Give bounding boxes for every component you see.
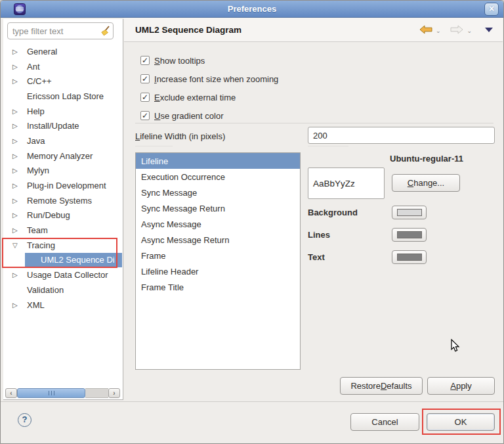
checkbox-increase-font-size-when-zooming[interactable]: ✓Increase font size when zooming [140,74,278,84]
tree-item-run-debug[interactable]: ▷Run/Debug [3,208,123,223]
color-row-background: Background [308,206,495,219]
tree-item-plug-in-development[interactable]: ▷Plug-in Development [3,178,123,193]
restore-defaults-button[interactable]: Restore Defaults [340,377,423,395]
tree-item-label: Team [27,225,48,235]
color-label: Lines [308,230,330,240]
tree-item-uml2-sequence-di[interactable]: UML2 Sequence Di [25,253,122,268]
tree-item-ant[interactable]: ▷Ant [3,59,123,74]
expander-collapsed-icon[interactable]: ▷ [12,197,24,204]
tree-item-tracing[interactable]: ▽Tracing [3,238,123,253]
eclipse-logo-icon [14,3,26,15]
checkbox-use-gradient-color[interactable]: ✓Use gradient color [140,110,278,121]
lines-color-swatch-button[interactable] [392,228,427,242]
list-item-async-message-return[interactable]: Async Message Return [136,232,300,248]
checkbox-checked-icon[interactable]: ✓ [140,56,150,65]
ok-button[interactable]: OK [427,413,495,431]
scroll-right-button[interactable]: › [108,388,120,398]
expander-collapsed-icon[interactable]: ▷ [12,63,24,70]
checkbox-checked-icon[interactable]: ✓ [140,111,150,120]
cancel-button[interactable]: Cancel [350,413,419,431]
tree-item-help[interactable]: ▷Help [3,104,123,119]
tree-item-label: Ant [27,62,40,72]
tree-item-label: Ericsson Ldap Store [27,91,104,101]
font-name-label: Ubuntu-regular-11 [390,154,463,164]
expander-expanded-icon[interactable]: ▽ [12,242,24,249]
color-swatch [397,209,422,216]
color-label: Text [308,252,325,262]
tree-item-label: Tracing [27,240,55,250]
list-item-lifeline-header[interactable]: Lifeline Header [136,263,300,279]
title-bar[interactable]: Preferences × [1,1,503,18]
expander-collapsed-icon[interactable]: ▷ [12,211,24,219]
color-settings: BackgroundLinesText [308,206,495,273]
preferences-tree: ▷General▷Ant▷C/C++Ericsson Ldap Store▷He… [3,44,123,312]
preferences-dialog: Preferences × ▷General▷Ant▷C/C++Ericsson… [0,0,504,444]
expander-collapsed-icon[interactable]: ▷ [12,271,24,278]
horizontal-scrollbar[interactable]: ‹ › [5,388,120,398]
expander-collapsed-icon[interactable]: ▷ [12,122,24,129]
close-button[interactable]: × [484,3,499,16]
tree-item-install-update[interactable]: ▷Install/Update [3,118,123,133]
checkbox-label: Use gradient color [154,111,224,121]
tree-item-general[interactable]: ▷General [3,44,123,59]
color-row-lines: Lines [308,228,495,242]
divider [135,146,173,146]
separator [135,123,494,123]
list-item-frame-title[interactable]: Frame Title [136,279,300,295]
color-label: Background [308,208,358,217]
back-arrow-icon[interactable] [419,25,432,34]
tree-item-label: General [27,47,57,56]
list-item-frame[interactable]: Frame [136,248,300,263]
expander-collapsed-icon[interactable]: ▷ [12,167,24,174]
list-item-execution-occurrence[interactable]: Execution Occurrence [136,169,300,185]
tree-item-label: Install/Update [27,121,79,131]
expander-collapsed-icon[interactable]: ▷ [12,152,24,160]
scrollbar-track[interactable] [85,388,108,398]
tree-item-java[interactable]: ▷Java [3,133,123,148]
apply-button[interactable]: Apply [427,377,495,395]
list-item-sync-message[interactable]: Sync Message [136,185,300,200]
clear-filter-broom-icon[interactable] [100,26,110,36]
lifeline-width-input[interactable] [308,127,495,144]
tree-item-label: Help [27,106,45,116]
checkbox-exclude-external-time[interactable]: ✓Exclude external time [140,92,278,102]
tree-item-team[interactable]: ▷Team [3,223,123,238]
list-item-lifeline[interactable]: Lifeline [136,153,300,169]
tree-item-xml[interactable]: ▷XML [3,298,123,313]
tree-item-label: Memory Analyzer [27,151,93,161]
tree-item-label: UML2 Sequence Di [41,255,115,265]
view-menu-icon[interactable] [484,27,494,33]
expander-collapsed-icon[interactable]: ▷ [12,78,24,85]
tree-item-ericsson-ldap-store[interactable]: Ericsson Ldap Store [3,89,123,104]
list-item-sync-message-return[interactable]: Sync Message Return [136,200,300,216]
font-preview-box: AaBbYyZz [308,167,385,199]
tree-item-mylyn[interactable]: ▷Mylyn [3,164,123,179]
tree-item-label: C/C++ [27,76,52,86]
expander-collapsed-icon[interactable]: ▷ [12,227,24,234]
change-font-button[interactable]: Change... [392,174,460,192]
tree-item-validation[interactable]: Validation [3,282,123,298]
expander-collapsed-icon[interactable]: ▷ [12,182,24,189]
scroll-left-button[interactable]: ‹ [5,388,17,398]
checkbox-checked-icon[interactable]: ✓ [140,93,150,102]
checkbox-checked-icon[interactable]: ✓ [140,74,150,83]
list-item-async-message[interactable]: Async Message [136,216,300,232]
expander-collapsed-icon[interactable]: ▷ [12,137,24,144]
tree-item-usage-data-collector[interactable]: ▷Usage Data Collector [3,267,123,282]
expander-collapsed-icon[interactable]: ▷ [12,301,24,309]
background-color-swatch-button[interactable] [392,206,427,219]
text-color-swatch-button[interactable] [392,250,427,264]
tree-item-memory-analyzer[interactable]: ▷Memory Analyzer [3,148,123,164]
tree-item-remote-systems[interactable]: ▷Remote Systems [3,193,123,208]
expander-collapsed-icon[interactable]: ▷ [12,108,24,115]
expander-collapsed-icon[interactable]: ▷ [12,48,24,55]
scrollbar-thumb[interactable] [17,388,85,398]
tree-item-label: Usage Data Collector [27,270,108,280]
checkbox-show-tooltips[interactable]: ✓Show tooltips [140,55,278,66]
filter-input[interactable] [7,22,114,39]
tree-item-c-c-[interactable]: ▷C/C++ [3,74,123,89]
color-swatch [397,254,422,261]
back-history-chevron-icon[interactable]: ⌄ [436,28,441,34]
style-element-list: LifelineExecution OccurrenceSync Message… [135,152,301,370]
help-button[interactable]: ? [18,413,32,427]
